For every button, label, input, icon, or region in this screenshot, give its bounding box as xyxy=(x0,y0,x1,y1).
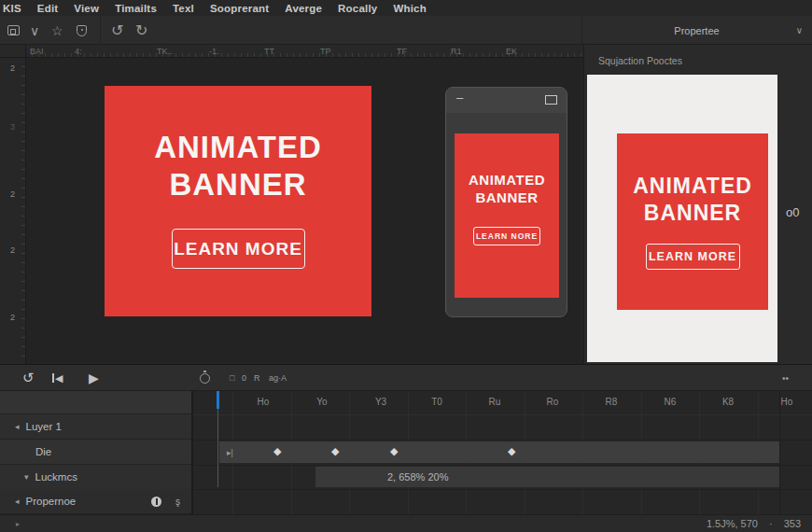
layer-panel-header xyxy=(0,391,191,414)
horizontal-ruler: BAI 4: TK.. -1. TT TP TF R1 EK xyxy=(0,45,583,58)
vertical-ruler: 2 3 2 2 2 xyxy=(0,58,26,364)
refresh-icon[interactable]: ↻ xyxy=(135,16,147,45)
app-window: KIS Edit View Timailts Texl Sooprerant A… xyxy=(0,0,812,532)
menu-item[interactable]: Sooprerant xyxy=(210,3,269,14)
menu-item[interactable]: Averge xyxy=(285,3,322,14)
phone-titlebar: – xyxy=(446,88,567,113)
row-divider xyxy=(193,489,812,490)
star-icon[interactable]: ☆ xyxy=(51,16,63,45)
timeline-ruler-label: R8 xyxy=(597,397,625,407)
layer-row-propernoe[interactable]: ◂ Propernoe ş xyxy=(0,489,191,514)
panel-side-label: o0 xyxy=(786,205,799,219)
collapse-arrow-icon[interactable]: ◂ xyxy=(15,497,20,506)
value-track[interactable]: 2, 658% 20% xyxy=(315,467,779,487)
ruler-label: 3 xyxy=(10,122,15,132)
menu-item[interactable]: Which xyxy=(393,3,427,14)
expand-arrow-icon[interactable]: ▾ xyxy=(24,472,29,482)
learn-more-button[interactable]: LEARN MORE xyxy=(172,229,305,269)
collapse-arrow-icon[interactable]: ▸ xyxy=(16,520,20,528)
layer-label: Luyer 1 xyxy=(26,421,62,432)
toggle-icon[interactable]: □ xyxy=(230,365,234,391)
ruler-label: TF xyxy=(397,47,407,56)
content-end-line xyxy=(779,391,780,532)
ruler-label: R1 xyxy=(451,47,462,56)
toggle-icon[interactable]: R xyxy=(254,365,260,391)
row-divider xyxy=(193,440,812,441)
tab-properties[interactable]: Propertee ∨ xyxy=(581,16,812,45)
playhead[interactable] xyxy=(217,391,219,409)
ruler-label: 2 xyxy=(10,63,15,73)
undo-icon[interactable]: ↺ xyxy=(111,16,123,45)
ruler-label: 2 xyxy=(10,189,15,199)
ruler-corner xyxy=(0,45,26,58)
layer-row-luckmcs[interactable]: ▾ Luckmcs xyxy=(0,465,191,490)
banner-artboard-mobile[interactable]: ANIMATED BANNER LEARN NORE xyxy=(455,133,559,298)
skip-to-start-icon[interactable]: ◀ xyxy=(52,365,63,391)
collapse-arrow-icon[interactable]: ◂ xyxy=(15,422,20,431)
menu-item[interactable]: View xyxy=(74,3,99,14)
layer-panel: ◂ Luyer 1 Die ▾ Luckmcs ◂ Propernoe ş xyxy=(0,391,193,532)
toggle-icon[interactable]: ag·A xyxy=(269,365,287,391)
ruler-label: TP xyxy=(320,47,331,56)
chevron-down-icon[interactable]: ∨ xyxy=(796,25,803,35)
menu-item[interactable]: Timailts xyxy=(115,3,157,14)
ruler-label: -1. xyxy=(209,47,219,56)
row-divider xyxy=(193,465,812,466)
banner-artboard-large[interactable]: ANIMATED BANNER LEARN MORE xyxy=(105,86,371,316)
timeline-controls: ↺ ◀ ▶ □ 0 R ag·A •• xyxy=(0,365,812,391)
stopwatch-icon[interactable] xyxy=(200,365,210,391)
keyframe-icon[interactable]: ◆ xyxy=(273,445,281,457)
style-toggle-icon[interactable]: ş xyxy=(175,497,180,507)
ruler-label: BAI xyxy=(30,47,44,56)
tab-properties-label: Propertee xyxy=(674,25,719,36)
ruler-label: EK xyxy=(506,47,517,56)
menu-item[interactable]: Texl xyxy=(173,3,194,14)
status-separator: · xyxy=(769,518,773,529)
shield-icon[interactable] xyxy=(77,16,87,45)
banner-artboard-preview[interactable]: ANIMATED BANNER LEARN MORE xyxy=(617,133,768,310)
menu-bar: KIS Edit View Timailts Texl Sooprerant A… xyxy=(0,0,812,16)
timeline-grid[interactable]: Ho Yo Y3 T0 Ru Ro R8 N6 K8 Ho ▸| ◆ ◆ ◆ ◆ xyxy=(193,391,812,532)
frame-icon[interactable] xyxy=(7,16,20,45)
banner-preview[interactable]: ANIMATED BANNER LEARN MORE xyxy=(587,75,777,362)
playhead-line xyxy=(217,409,218,487)
keyframe-track[interactable]: ▸| ◆ ◆ ◆ ◆ xyxy=(219,441,779,463)
learn-more-button[interactable]: LEARN NORE xyxy=(473,227,540,245)
ruler-ticks xyxy=(26,53,583,57)
zoom-level-text: 1.5J%, 570 xyxy=(707,518,758,529)
timeline-ruler-label: Ho xyxy=(249,397,277,407)
layer-label: Luckmcs xyxy=(35,471,77,483)
timeline-ruler-label: K8 xyxy=(714,397,742,407)
timeline-ruler-label: Yo xyxy=(308,397,336,407)
keyframe-icon[interactable]: ◆ xyxy=(508,445,515,457)
layer-row-layer1[interactable]: ◂ Luyer 1 xyxy=(0,414,191,440)
menu-item[interactable]: Edit xyxy=(37,3,59,14)
visibility-toggle-icon[interactable] xyxy=(151,497,161,507)
menu-item[interactable]: Rocally xyxy=(338,3,377,14)
phone-mockup: – ANIMATED BANNER LEARN NORE xyxy=(445,87,567,317)
keyframe-icon[interactable]: ◆ xyxy=(331,445,339,457)
timeline-ruler-label: N6 xyxy=(656,397,684,407)
layer-label: Die xyxy=(35,446,51,457)
properties-panel-header: Squjaction Pooctes xyxy=(598,55,682,66)
chevron-down-icon[interactable]: ∨ xyxy=(30,16,39,45)
timeline-ruler-label: Ru xyxy=(481,397,509,407)
stage-canvas[interactable]: ANIMATED BANNER LEARN MORE – ANIMATED BA… xyxy=(26,58,583,364)
learn-more-button[interactable]: LEARN MORE xyxy=(646,244,740,270)
play-icon[interactable]: ▶ xyxy=(89,365,99,391)
layer-label: Propernoe xyxy=(26,496,77,507)
ruler-label: 2 xyxy=(10,245,15,255)
banner-title-line2: BANNER xyxy=(169,166,306,203)
toggle-icon[interactable]: 0 xyxy=(242,365,246,391)
layer-row-die[interactable]: Die xyxy=(0,440,191,465)
ruler-ticks xyxy=(21,58,25,364)
maximize-icon[interactable] xyxy=(545,95,557,105)
keyframe-icon[interactable]: ◆ xyxy=(390,445,398,457)
loop-icon[interactable]: ↺ xyxy=(22,365,35,391)
menu-item[interactable]: KIS xyxy=(3,3,21,14)
toolbar: ∨ ☆ ↺ ↻ Propertee ∨ xyxy=(0,16,812,45)
properties-panel: Squjaction Pooctes ANIMATED BANNER LEARN… xyxy=(583,45,812,364)
ruler-label: 2 xyxy=(10,313,15,322)
minimize-icon[interactable]: – xyxy=(456,91,463,105)
more-options-icon[interactable]: •• xyxy=(782,365,789,391)
